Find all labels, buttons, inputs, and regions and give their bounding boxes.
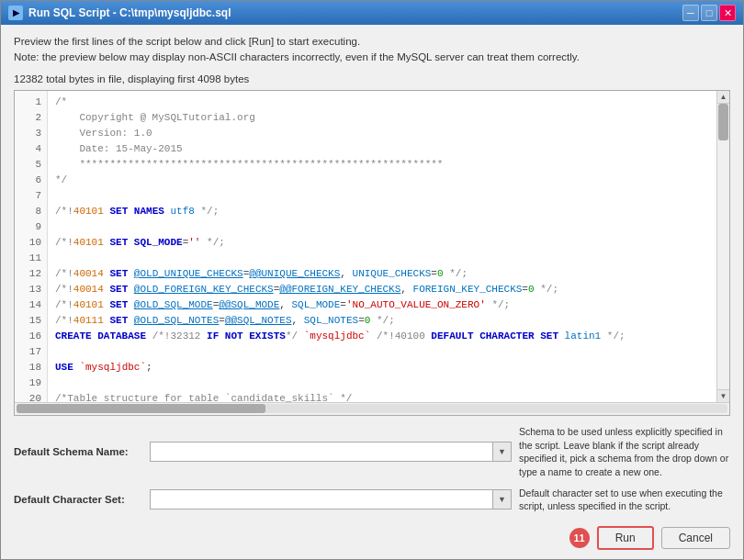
dialog-content: Preview the first lines of the script be… bbox=[1, 25, 743, 559]
info-text: Preview the first lines of the script be… bbox=[14, 34, 730, 66]
charset-input-wrap[interactable]: ▼ bbox=[150, 489, 512, 510]
schema-dropdown-btn[interactable]: ▼ bbox=[492, 442, 511, 461]
charset-label: Default Character Set: bbox=[14, 494, 142, 505]
vertical-scrollbar[interactable]: ▲ ▼ bbox=[716, 91, 729, 402]
schema-label: Default Schema Name: bbox=[14, 446, 142, 457]
code-content: /* Copyright @ MySQLTutorial.org Version… bbox=[48, 91, 716, 402]
scroll-down-arrow[interactable]: ▼ bbox=[717, 389, 729, 402]
line-numbers: 12345 678910 1112131415 1617181920 21222… bbox=[15, 91, 48, 402]
maximize-button[interactable]: □ bbox=[701, 5, 717, 21]
charset-dropdown-btn[interactable]: ▼ bbox=[492, 490, 511, 509]
bottom-section: Default Schema Name: ▼ Schema to be used… bbox=[14, 421, 730, 550]
badge-11: 11 bbox=[569, 528, 590, 548]
charset-input[interactable] bbox=[151, 490, 492, 509]
schema-desc: Schema to be used unless explicitly spec… bbox=[519, 425, 730, 479]
byte-info: 12382 total bytes in file, displaying fi… bbox=[14, 73, 730, 84]
horizontal-scrollbar[interactable] bbox=[15, 402, 729, 415]
schema-row: Default Schema Name: ▼ Schema to be used… bbox=[14, 425, 730, 479]
title-bar-left: ▶ Run SQL Script - C:\tmp\mysqljdbc.sql bbox=[8, 6, 231, 20]
close-button[interactable]: ✕ bbox=[719, 5, 736, 21]
schema-input[interactable] bbox=[151, 442, 492, 461]
scroll-track[interactable] bbox=[717, 104, 729, 389]
schema-input-wrap[interactable]: ▼ bbox=[150, 442, 512, 462]
charset-row: Default Character Set: ▼ Default charact… bbox=[14, 487, 730, 513]
main-window: ▶ Run SQL Script - C:\tmp\mysqljdbc.sql … bbox=[0, 0, 744, 560]
run-button[interactable]: Run bbox=[597, 526, 654, 550]
code-preview-container: 12345 678910 1112131415 1617181920 21222… bbox=[14, 90, 730, 416]
info-line2: Note: the preview below may display non-… bbox=[14, 50, 730, 65]
cancel-button[interactable]: Cancel bbox=[661, 527, 730, 549]
title-bar: ▶ Run SQL Script - C:\tmp\mysqljdbc.sql … bbox=[1, 1, 743, 25]
info-line1: Preview the first lines of the script be… bbox=[14, 34, 730, 50]
code-area: 12345 678910 1112131415 1617181920 21222… bbox=[15, 91, 729, 402]
scroll-thumb[interactable] bbox=[718, 104, 728, 140]
title-controls: ─ □ ✕ bbox=[682, 5, 736, 21]
window-title: Run SQL Script - C:\tmp\mysqljdbc.sql bbox=[28, 6, 231, 19]
h-scroll-track[interactable] bbox=[17, 404, 727, 413]
window-icon: ▶ bbox=[8, 6, 23, 20]
code-scroll[interactable]: 12345 678910 1112131415 1617181920 21222… bbox=[15, 91, 716, 402]
buttons-row: 11 Run Cancel bbox=[14, 521, 730, 550]
minimize-button[interactable]: ─ bbox=[682, 5, 699, 21]
scroll-up-arrow[interactable]: ▲ bbox=[717, 91, 729, 104]
charset-desc: Default character set to use when execut… bbox=[519, 487, 730, 513]
h-scroll-thumb[interactable] bbox=[17, 404, 265, 413]
